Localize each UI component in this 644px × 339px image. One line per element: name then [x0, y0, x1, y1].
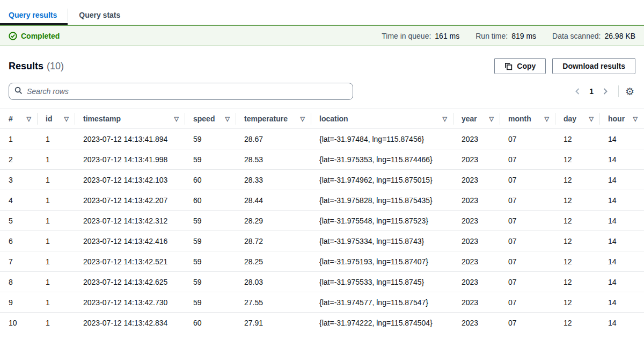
table-row: 712023-07-12 14:13:42.5215928.25{lat=-31…	[0, 251, 644, 272]
table-cell: 12	[555, 251, 600, 272]
column-header-id[interactable]: id▽	[38, 109, 75, 129]
table-row: 412023-07-12 14:13:42.2076028.44{lat=-31…	[0, 190, 644, 211]
table-cell: 14	[600, 251, 644, 272]
table-cell: 14	[600, 231, 644, 251]
tab-query-results[interactable]: Query results	[0, 8, 68, 25]
table-cell: {lat=-31.975334, lng=115.8743}	[311, 231, 453, 251]
table-cell: {lat=-31.975193, lng=115.87407}	[311, 251, 453, 272]
column-header-location[interactable]: location▽	[311, 109, 453, 129]
table-cell: 2023-07-12 14:13:42.103	[75, 170, 185, 190]
table-cell: 07	[500, 292, 555, 313]
table-cell: 3	[0, 170, 38, 190]
table-cell: 9	[0, 292, 38, 313]
column-label: hour	[608, 114, 625, 123]
table-cell: 2023-07-12 14:13:41.894	[75, 129, 185, 149]
table-cell: 2023	[453, 231, 500, 251]
table-cell: {lat=-31.974577, lng=115.87547}	[311, 292, 453, 313]
column-label: location	[319, 114, 348, 123]
next-page-button[interactable]	[598, 84, 613, 99]
filter-triangle-icon[interactable]: ▽	[301, 116, 305, 122]
table-row: 212023-07-12 14:13:41.9985928.53{lat=-31…	[0, 149, 644, 170]
column-header-month[interactable]: month▽	[500, 109, 555, 129]
metric-run-time: Run time: 819 ms	[475, 32, 536, 40]
filter-triangle-icon[interactable]: ▽	[64, 116, 69, 122]
column-header-timestamp[interactable]: timestamp▽	[75, 109, 185, 129]
table-cell: 27.91	[236, 313, 311, 333]
table-cell: 2023-07-12 14:13:42.416	[75, 231, 185, 251]
column-header-day[interactable]: day▽	[555, 109, 600, 129]
table-cell: 60	[185, 313, 236, 333]
filter-triangle-icon[interactable]: ▽	[545, 116, 549, 122]
table-cell: 2023-07-12 14:13:42.207	[75, 190, 185, 211]
table-cell: 14	[600, 272, 644, 292]
table-cell: 12	[555, 292, 600, 313]
filter-triangle-icon[interactable]: ▽	[589, 116, 594, 122]
column-header-year[interactable]: year▽	[453, 109, 500, 129]
filter-triangle-icon[interactable]: ▽	[489, 116, 494, 122]
search-box[interactable]	[9, 83, 353, 100]
column-header-speed[interactable]: speed▽	[185, 109, 236, 129]
table-cell: 07	[500, 313, 555, 333]
column-header-num[interactable]: #▽	[0, 109, 38, 129]
table-cell: 14	[600, 129, 644, 149]
table-cell: 27.55	[236, 292, 311, 313]
column-label: temperature	[244, 114, 288, 123]
magnifier-icon	[14, 86, 23, 96]
pager-divider	[618, 85, 619, 97]
table-cell: 14	[600, 149, 644, 170]
search-input[interactable]	[27, 87, 347, 96]
table-cell: 14	[600, 170, 644, 190]
column-label: #	[9, 114, 13, 123]
table-cell: 2023	[453, 211, 500, 231]
table-cell: 1	[38, 272, 75, 292]
table-cell: 59	[185, 211, 236, 231]
table-cell: 1	[0, 129, 38, 149]
column-header-hour[interactable]: hour▽	[600, 109, 644, 129]
table-cell: {lat=-31.975548, lng=115.87523}	[311, 211, 453, 231]
filter-triangle-icon[interactable]: ▽	[27, 116, 31, 122]
table-cell: 2023-07-12 14:13:42.625	[75, 272, 185, 292]
table-cell: 07	[500, 211, 555, 231]
table-cell: 28.53	[236, 149, 311, 170]
table-cell: 60	[185, 170, 236, 190]
column-header-temperature[interactable]: temperature▽	[236, 109, 311, 129]
table-cell: 07	[500, 129, 555, 149]
table-cell: 28.33	[236, 170, 311, 190]
table-cell: 1	[38, 129, 75, 149]
table-row: 612023-07-12 14:13:42.4165928.72{lat=-31…	[0, 231, 644, 251]
filter-triangle-icon[interactable]: ▽	[225, 116, 230, 122]
table-cell: {lat=-31.974222, lng=115.874504}	[311, 313, 453, 333]
previous-page-button[interactable]	[570, 84, 585, 99]
filter-triangle-icon[interactable]: ▽	[633, 116, 638, 122]
copy-icon	[504, 62, 513, 70]
table-cell: 1	[38, 231, 75, 251]
check-circle-icon	[9, 32, 17, 40]
table-cell: 1	[38, 170, 75, 190]
download-results-button[interactable]: Download results	[552, 58, 635, 74]
table-cell: 2023-07-12 14:13:42.312	[75, 211, 185, 231]
table-row: 312023-07-12 14:13:42.1036028.33{lat=-31…	[0, 170, 644, 190]
table-cell: 1	[38, 211, 75, 231]
metric-time-in-queue: Time in queue: 161 ms	[382, 32, 459, 40]
table-cell: 2023	[453, 292, 500, 313]
table-cell: 1	[38, 190, 75, 211]
filter-triangle-icon[interactable]: ▽	[174, 116, 179, 122]
table-cell: 59	[185, 292, 236, 313]
current-page[interactable]: 1	[585, 87, 598, 96]
table-cell: 12	[555, 170, 600, 190]
tab-query-stats[interactable]: Query stats	[68, 8, 131, 25]
table-cell: 2023	[453, 313, 500, 333]
table-cell: 59	[185, 129, 236, 149]
table-cell: 07	[500, 190, 555, 211]
table-cell: 28.67	[236, 129, 311, 149]
table-cell: 14	[600, 313, 644, 333]
table-cell: 4	[0, 190, 38, 211]
gear-icon[interactable]: ⚙	[624, 86, 635, 97]
table-cell: 28.29	[236, 211, 311, 231]
filter-triangle-icon[interactable]: ▽	[443, 116, 447, 122]
pagination: 1 ⚙	[570, 84, 635, 99]
status-text: Completed	[21, 32, 60, 40]
table-cell: 12	[555, 313, 600, 333]
column-label: month	[508, 114, 531, 123]
copy-button[interactable]: Copy	[494, 58, 546, 74]
